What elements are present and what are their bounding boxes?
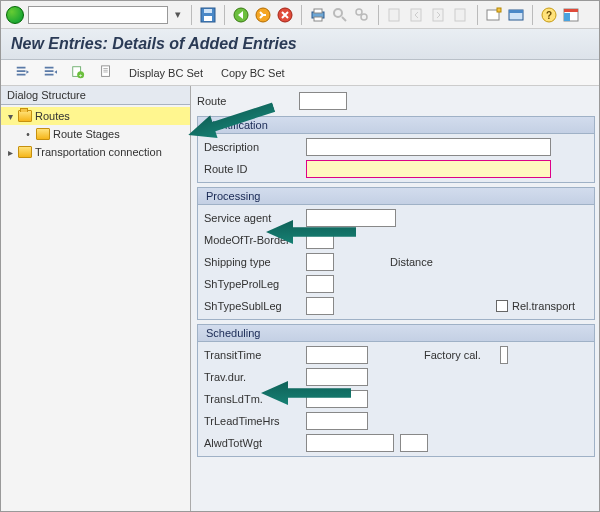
command-history-dropdown[interactable]: ▾ [172, 7, 184, 23]
factory-cal-label: Factory cal. [374, 349, 494, 361]
svg-rect-2 [204, 9, 212, 13]
tr-lead-time-hrs-label: TrLeadTimeHrs [204, 415, 300, 427]
tree-node-routes[interactable]: ▾ Routes [1, 107, 190, 125]
enter-ok-button[interactable] [6, 6, 24, 24]
new-session-icon[interactable] [485, 6, 503, 24]
alwd-tot-wgt-label: AlwdTotWgt [204, 437, 300, 449]
shtype-subl-leg-label: ShTypeSublLeg [204, 300, 300, 312]
svg-rect-8 [314, 17, 322, 21]
svg-rect-13 [389, 9, 399, 21]
distance-label: Distance [340, 256, 460, 268]
refresh-icon[interactable]: + [67, 63, 89, 83]
last-page-icon [452, 6, 470, 24]
svg-rect-16 [455, 9, 465, 21]
mode-of-tr-border-field[interactable] [306, 231, 334, 249]
command-field[interactable] [28, 6, 168, 24]
first-page-icon [386, 6, 404, 24]
help-icon[interactable]: ? [540, 6, 558, 24]
mode-of-tr-border-label: ModeOfTr-Border [204, 234, 300, 246]
description-field[interactable] [306, 138, 551, 156]
dialog-structure-tree: ▾ Routes • Route Stages ▸ Transportation… [1, 105, 190, 163]
back-icon[interactable] [232, 6, 250, 24]
tree-label: Routes [35, 110, 70, 122]
rel-transport-checkbox[interactable]: Rel.transport [496, 300, 575, 312]
svg-text:+: + [79, 71, 83, 78]
svg-rect-25 [564, 13, 570, 21]
tree-label: Route Stages [53, 128, 120, 140]
svg-point-11 [356, 9, 362, 15]
route-label: Route [197, 95, 293, 107]
factory-cal-field[interactable] [500, 346, 508, 364]
route-field[interactable] [299, 92, 347, 110]
copy-bc-set-button[interactable]: Copy BC Set [215, 65, 291, 81]
exit-icon[interactable] [254, 6, 272, 24]
next-page-icon [430, 6, 448, 24]
svg-rect-24 [564, 9, 578, 12]
collapse-all-icon[interactable] [39, 63, 61, 83]
service-agent-label: Service agent [204, 212, 300, 224]
svg-rect-15 [433, 9, 443, 21]
find-next-icon [353, 6, 371, 24]
tree-node-route-stages[interactable]: • Route Stages [1, 125, 190, 143]
processing-panel: Processing Service agent ModeOfTr-Border… [197, 187, 595, 320]
svg-line-10 [342, 17, 346, 21]
svg-point-12 [361, 14, 367, 20]
panel-header: Scheduling [206, 327, 260, 339]
page-title-bar: New Entries: Details of Added Entries [1, 29, 600, 60]
folder-open-icon [18, 110, 32, 122]
svg-rect-18 [497, 8, 501, 12]
svg-rect-7 [314, 9, 322, 13]
page-title: New Entries: Details of Added Entries [11, 35, 591, 53]
shipping-type-field[interactable] [306, 253, 334, 271]
svg-point-9 [334, 9, 342, 17]
detail-form-area: Route Identification Description Route I… [191, 86, 600, 512]
find-icon [331, 6, 349, 24]
tree-expander-icon[interactable]: ▸ [5, 147, 15, 158]
save-icon[interactable] [199, 6, 217, 24]
alwd-tot-wgt-field[interactable] [306, 434, 394, 452]
folder-icon [18, 146, 32, 158]
svg-rect-1 [204, 16, 212, 21]
translutm-label: TransLdTm. [204, 393, 300, 405]
service-agent-field[interactable] [306, 209, 396, 227]
system-command-bar: ▾ ? [1, 1, 600, 29]
trav-dur-field[interactable] [306, 368, 368, 386]
prev-page-icon [408, 6, 426, 24]
print-icon[interactable] [309, 6, 327, 24]
scheduling-panel: Scheduling TransitTime Factory cal. Trav… [197, 324, 595, 457]
tree-node-transport-conn[interactable]: ▸ Transportation connection [1, 143, 190, 161]
cancel-icon[interactable] [276, 6, 294, 24]
shortcut-icon[interactable] [507, 6, 525, 24]
shtype-prol-leg-label: ShTypeProlLeg [204, 278, 300, 290]
route-id-field[interactable] [306, 160, 551, 178]
transit-time-field[interactable] [306, 346, 368, 364]
panel-header: Processing [206, 190, 260, 202]
shtype-prol-leg-field[interactable] [306, 275, 334, 293]
application-toolbar: + Display BC Set Copy BC Set [1, 60, 600, 86]
tree-label: Transportation connection [35, 146, 162, 158]
tr-lead-time-hrs-field[interactable] [306, 412, 368, 430]
svg-rect-14 [411, 9, 421, 21]
svg-text:?: ? [546, 10, 552, 21]
identification-panel: Identification Description Route ID [197, 116, 595, 183]
shipping-type-label: Shipping type [204, 256, 300, 268]
expand-all-icon[interactable] [11, 63, 33, 83]
route-id-label: Route ID [204, 163, 300, 175]
svg-rect-29 [102, 65, 110, 76]
alwd-tot-wgt-uom-field[interactable] [400, 434, 428, 452]
translutm-field[interactable] [306, 390, 368, 408]
transit-time-label: TransitTime [204, 349, 300, 361]
trav-dur-label: Trav.dur. [204, 371, 300, 383]
document-icon[interactable] [95, 63, 117, 83]
tree-bullet-icon: • [23, 129, 33, 140]
dialog-structure-header: Dialog Structure [1, 86, 190, 105]
svg-rect-20 [509, 10, 523, 13]
rel-transport-label: Rel.transport [512, 300, 575, 312]
dialog-structure-pane: Dialog Structure ▾ Routes • Route Stages… [1, 86, 191, 512]
tree-expander-icon[interactable]: ▾ [5, 111, 15, 122]
folder-icon [36, 128, 50, 140]
layout-customize-icon[interactable] [562, 6, 580, 24]
description-label: Description [204, 141, 300, 153]
shtype-subl-leg-field[interactable] [306, 297, 334, 315]
display-bc-set-button[interactable]: Display BC Set [123, 65, 209, 81]
